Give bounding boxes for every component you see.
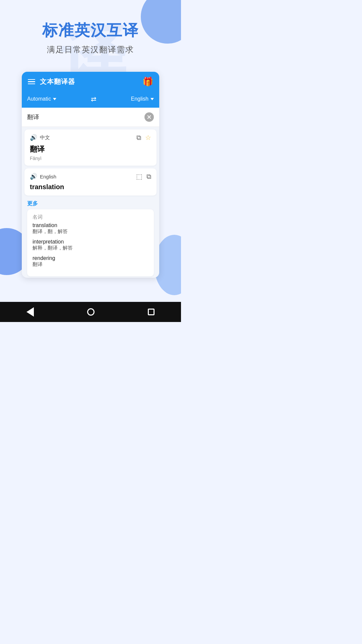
source-lang-chevron	[53, 98, 56, 100]
english-actions: ⬚ ⧉	[136, 172, 151, 180]
back-icon	[26, 307, 34, 317]
chinese-result-header: 🔊 中文 ⧉ ☆	[30, 133, 151, 142]
chinese-result-pinyin: Fānyì	[30, 156, 151, 161]
home-icon	[87, 308, 95, 316]
recents-icon	[148, 309, 155, 315]
hero-subtitle: 满足日常英汉翻译需求	[7, 44, 174, 55]
chinese-copy-button[interactable]: ⧉	[136, 133, 141, 142]
dict-meaning-1: 翻译，翻，解答	[33, 228, 148, 235]
dict-word-2: interpretation	[33, 239, 148, 245]
hero-title: 标准英汉互译	[7, 20, 174, 41]
english-result-card: 🔊 English ⬚ ⧉ translation	[24, 168, 157, 196]
english-speaker-button[interactable]: 🔊	[30, 173, 37, 180]
english-result-header: 🔊 English ⬚ ⧉	[30, 172, 151, 180]
target-language-button[interactable]: English	[131, 96, 154, 102]
app-header: 文本翻译器 🎁	[22, 72, 159, 92]
more-label: 更多	[27, 200, 154, 207]
dict-entry-2: interpretation 解释，翻译，解答	[33, 239, 148, 251]
input-area[interactable]: 翻译	[22, 108, 159, 127]
swap-languages-button[interactable]: ⇄	[91, 95, 97, 103]
chinese-star-button[interactable]: ☆	[145, 133, 151, 142]
english-result-word: translation	[30, 183, 151, 191]
english-lang-row: 🔊 English	[30, 173, 56, 180]
bottom-navigation	[0, 302, 181, 322]
menu-button[interactable]	[28, 79, 35, 85]
more-section: 更多 名词 translation 翻译，翻，解答 interpretation…	[22, 198, 159, 278]
english-copy-button[interactable]: ⧉	[146, 172, 151, 180]
dict-meaning-2: 解释，翻译，解答	[33, 245, 148, 251]
chinese-result-card: 🔊 中文 ⧉ ☆ 翻译 Fānyì	[24, 129, 157, 166]
back-button[interactable]	[26, 307, 34, 317]
chinese-actions: ⧉ ☆	[136, 133, 151, 142]
english-open-button[interactable]: ⬚	[136, 172, 142, 180]
target-lang-chevron	[150, 98, 154, 100]
recents-button[interactable]	[148, 309, 155, 315]
dict-word-1: translation	[33, 222, 148, 228]
app-title: 文本翻译器	[40, 77, 75, 86]
english-lang-label: English	[40, 174, 56, 179]
app-card: 文本翻译器 🎁 Automatic ⇄ English 翻译 🔊 中文 ⧉ ☆	[22, 72, 159, 278]
chinese-result-word: 翻译	[30, 144, 151, 154]
pos-label: 名词	[33, 214, 148, 220]
dict-meaning-3: 翻译	[33, 261, 148, 268]
dict-word-3: rendering	[33, 255, 148, 261]
clear-button[interactable]	[144, 112, 154, 122]
chinese-lang-row: 🔊 中文	[30, 134, 50, 141]
dict-entry-1: translation 翻译，翻，解答	[33, 222, 148, 235]
hero-section: 标准英汉互译 满足日常英汉翻译需求	[0, 0, 181, 65]
more-card: 名词 translation 翻译，翻，解答 interpretation 解释…	[27, 209, 154, 276]
home-button[interactable]	[87, 308, 95, 316]
input-text: 翻译	[27, 113, 39, 121]
chinese-lang-label: 中文	[40, 135, 50, 141]
chinese-speaker-button[interactable]: 🔊	[30, 134, 37, 141]
header-left: 文本翻译器	[28, 77, 75, 86]
dict-entry-3: rendering 翻译	[33, 255, 148, 268]
gift-button[interactable]: 🎁	[142, 76, 153, 87]
source-language-button[interactable]: Automatic	[27, 96, 56, 102]
language-selector: Automatic ⇄ English	[22, 92, 159, 108]
